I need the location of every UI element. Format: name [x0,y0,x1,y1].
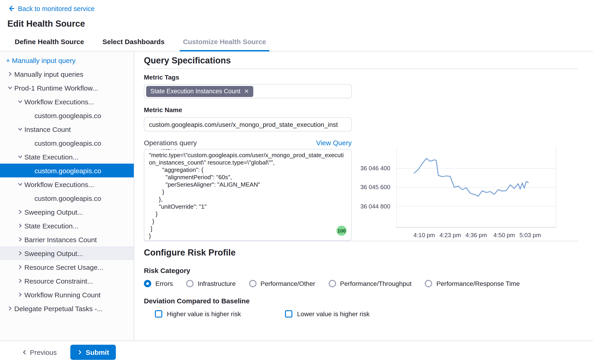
x-axis-label: 4:50 pm [494,232,515,239]
operations-query-label: Operations query [144,139,197,147]
previous-button-label: Previous [30,348,57,356]
tree-item-workflow-executions[interactable]: Workflow Executions... [0,177,134,191]
x-axis-label: 4:36 pm [465,232,487,239]
tree-item-label: State Execution... [24,222,78,230]
tree-item-label: Sweeping Output... [24,208,83,216]
tree-item-state-execution[interactable]: State Execution... [0,219,134,233]
main-panel: Query Specifications Metric Tags State E… [134,52,593,341]
tree-item-instance-count[interactable]: Instance Count [0,122,134,136]
page-title: Edit Health Source [7,18,586,29]
risk-category-label: Risk Category [144,266,578,274]
tree-item-label: Workflow Executions... [24,180,94,188]
tree-item-label: custom.googleapis.co [34,111,101,119]
health-source-tree: Manually input queriesProd-1 Runtime Wor… [0,67,134,315]
tree-item-sweeping-output[interactable]: Sweeping Output... [0,246,134,260]
radio-icon [249,280,256,287]
y-axis-label: 36 046 400 [360,165,390,172]
x-axis-label: 5:03 pm [520,232,541,239]
query-tree-sidebar: + Manually input query Manually input qu… [0,52,134,341]
tree-item-label: Prod-1 Runtime Workflow... [14,84,98,92]
tree-item-prod-1-runtime-workflow[interactable]: Prod-1 Runtime Workflow... [0,81,134,95]
metric-tags-input[interactable]: State Execution Instances Count✕ [144,84,352,98]
tree-item-custom-googleapis-co[interactable]: custom.googleapis.co [0,109,134,122]
radio-performance-throughput[interactable]: Performance/Throughput [328,280,411,287]
tree-item-manually-input-queries[interactable]: Manually input queries [0,67,134,81]
tree-item-workflow-running-count[interactable]: Workflow Running Count [0,288,134,301]
tab-customize-health-source[interactable]: Customize Health Source [180,33,269,51]
metric-name-input[interactable] [144,117,352,131]
chevron-right-icon[interactable] [18,237,23,242]
tree-item-label: Delegate Perpetual Tasks -... [14,305,103,312]
radio-label: Infrastructure [198,280,236,287]
radio-performance-other[interactable]: Performance/Other [249,280,315,287]
operations-query-editor[interactable]: "filter": "metric.type=\"custom.googleap… [144,149,352,241]
checkbox-higher-value-is-higher-risk[interactable]: Higher value is higher risk [155,310,241,318]
checkbox-lower-value-is-higher-risk[interactable]: Lower value is higher risk [285,310,370,318]
deviation-options: Higher value is higher riskLower value i… [144,310,578,318]
radio-performance-response-time[interactable]: Performance/Response Time [425,280,520,287]
checkbox-label: Lower value is higher risk [297,310,370,318]
x-axis-label: 4:10 pm [413,232,435,239]
tree-item-state-execution[interactable]: State Execution... [0,150,134,164]
chevron-right-icon[interactable] [7,306,13,311]
tree-item-custom-googleapis-co[interactable]: custom.googleapis.co [0,136,134,150]
remove-tag-icon[interactable]: ✕ [244,88,249,94]
x-axis-label: 4:23 pm [439,232,461,239]
radio-icon [328,280,336,287]
tree-item-sweeping-output[interactable]: Sweeping Output... [0,205,134,219]
chevron-down-icon[interactable] [18,182,23,187]
tree-item-custom-googleapis-co[interactable]: custom.googleapis.co [0,191,134,205]
chevron-right-icon[interactable] [18,264,23,270]
radio-icon [186,280,194,287]
tree-item-label: custom.googleapis.co [34,167,101,174]
tree-item-custom-googleapis-co[interactable]: custom.googleapis.co [0,164,134,177]
radio-label: Errors [155,280,173,287]
back-arrow-icon[interactable] [7,5,15,13]
metric-name-label: Metric Name [144,106,578,114]
chevron-down-icon[interactable] [18,154,23,159]
y-axis-label: 36 044 800 [360,203,390,210]
back-link-label: Back to monitored service [18,5,95,12]
radio-errors[interactable]: Errors [144,280,173,287]
chevron-right-icon[interactable] [18,223,23,228]
chevron-right-icon [78,350,83,355]
content-area: + Manually input query Manually input qu… [0,52,593,341]
back-to-monitored-service-link[interactable]: Back to monitored service [7,5,95,13]
view-query-link[interactable]: View Query [316,139,352,147]
tree-item-label: Instance Count [24,125,71,133]
chevron-right-icon[interactable] [18,209,23,215]
chevron-down-icon[interactable] [18,99,23,104]
radio-infrastructure[interactable]: Infrastructure [186,280,236,287]
add-manual-query-link[interactable]: + Manually input query [0,53,134,67]
chevron-down-icon[interactable] [7,85,13,91]
tab-define-health-source[interactable]: Define Health Source [12,33,87,51]
tree-item-label: custom.googleapis.co [34,194,101,202]
radio-label: Performance/Response Time [437,280,520,287]
checkbox-icon [155,310,162,318]
chevron-down-icon[interactable] [18,126,23,132]
tree-item-resource-secret-usage[interactable]: Resource Secret Usage... [0,260,134,274]
tree-item-delegate-perpetual-tasks[interactable]: Delegate Perpetual Tasks -... [0,301,134,315]
tab-select-dashboards[interactable]: Select Dashboards [99,33,168,51]
tree-item-barrier-instances-count[interactable]: Barrier Instances Count [0,233,134,246]
risk-category-options: ErrorsInfrastructurePerformance/OtherPer… [144,280,578,287]
edit-health-source-page: Back to monitored service Edit Health So… [0,0,593,364]
risk-section-divider [144,241,578,241]
tree-item-resource-constraint[interactable]: Resource Constraint... [0,274,134,288]
tag-chip-label: State Execution Instances Count [150,88,241,95]
tree-item-label: Barrier Instances Count [24,235,97,243]
page-header: Back to monitored service Edit Health So… [0,0,593,29]
chevron-right-icon[interactable] [18,278,23,284]
tab-bar: Define Health SourceSelect DashboardsCus… [0,33,593,52]
footer-bar: Previous Submit [0,341,593,363]
submit-button[interactable]: Submit [71,344,116,360]
chevron-right-icon[interactable] [18,292,23,297]
previous-button[interactable]: Previous [20,345,59,359]
tree-item-label: custom.googleapis.co [34,139,101,147]
radio-icon [144,280,151,287]
tree-item-workflow-executions[interactable]: Workflow Executions... [0,95,134,109]
chevron-right-icon[interactable] [7,71,13,77]
operations-query-text: "filter": "metric.type=\"custom.googleap… [144,149,351,240]
chevron-right-icon[interactable] [18,250,23,256]
metric-tags-label: Metric Tags [144,73,578,81]
